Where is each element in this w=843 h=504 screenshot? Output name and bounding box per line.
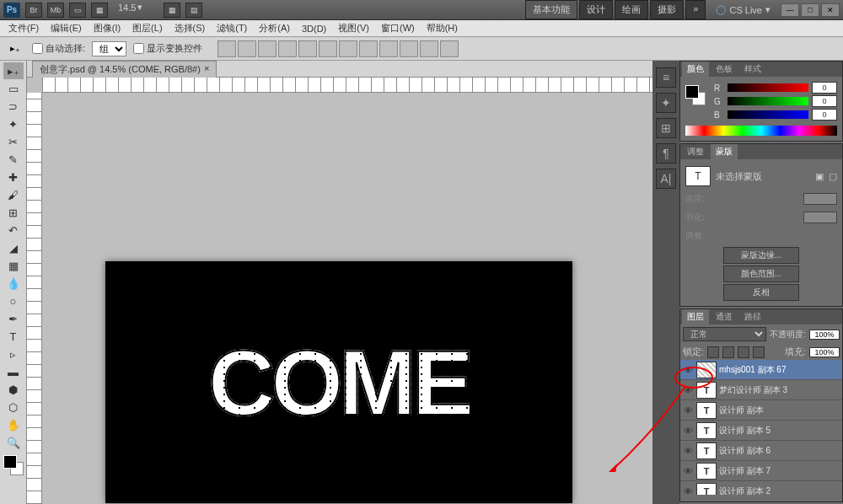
brush-tool[interactable]: 🖌 bbox=[3, 186, 24, 203]
dodge-tool[interactable]: ○ bbox=[3, 292, 24, 309]
healing-tool[interactable]: ✚ bbox=[3, 169, 24, 185]
layer-thumbnail[interactable]: T bbox=[696, 382, 717, 399]
vector-mask-icon[interactable]: ▢ bbox=[829, 171, 837, 182]
ruler-horizontal[interactable] bbox=[42, 78, 652, 93]
layer-row[interactable]: 👁 T 设计师 副本 5 bbox=[680, 421, 842, 441]
view-extras-icon[interactable]: ▦ bbox=[164, 3, 180, 18]
menu-analysis[interactable]: 分析(A) bbox=[254, 20, 295, 36]
blend-mode-select[interactable]: 正常 bbox=[683, 327, 766, 341]
cslive-button[interactable]: ◯CS Live▾ bbox=[711, 4, 776, 15]
g-input[interactable] bbox=[812, 95, 837, 107]
visibility-icon[interactable]: 👁 bbox=[682, 405, 694, 416]
lock-transparent-icon[interactable] bbox=[707, 346, 719, 358]
minimize-button[interactable]: — bbox=[781, 3, 799, 17]
type-tool[interactable]: T bbox=[3, 328, 24, 345]
menu-file[interactable]: 文件(F) bbox=[3, 20, 44, 36]
stamp-tool[interactable]: ⊞ bbox=[3, 204, 24, 221]
layer-row[interactable]: 👁 T 设计师 副本 bbox=[680, 400, 842, 421]
tab-channels[interactable]: 通道 bbox=[711, 309, 738, 324]
eyedropper-tool[interactable]: ✎ bbox=[3, 151, 24, 168]
lasso-tool[interactable]: ⊃ bbox=[3, 98, 24, 115]
layer-row[interactable]: 👁 T 设计师 副本 6 bbox=[680, 441, 842, 461]
mask-thumbnail[interactable]: T bbox=[685, 166, 711, 186]
visibility-icon[interactable]: 👁 bbox=[682, 465, 694, 477]
workspace-essentials[interactable]: 基本功能 bbox=[525, 0, 577, 19]
minibridge-icon[interactable]: Mb bbox=[47, 3, 64, 18]
arrange-icon[interactable]: ▦ bbox=[91, 3, 108, 18]
history-panel-icon[interactable]: ≡ bbox=[656, 67, 676, 88]
opacity-input[interactable] bbox=[809, 330, 840, 340]
bridge-icon[interactable]: Br bbox=[25, 3, 42, 18]
ruler-vertical[interactable] bbox=[27, 93, 42, 504]
align-icon[interactable] bbox=[298, 40, 317, 57]
visibility-icon[interactable]: 👁 bbox=[682, 384, 694, 396]
document-tab[interactable]: 创意字.psd @ 14.5% (COME, RGB/8#)× bbox=[32, 61, 217, 78]
b-slider[interactable] bbox=[728, 110, 808, 119]
layer-thumbnail[interactable] bbox=[696, 362, 717, 378]
lock-position-icon[interactable] bbox=[738, 346, 749, 358]
spectrum-picker[interactable] bbox=[685, 126, 837, 136]
blur-tool[interactable]: 💧 bbox=[3, 275, 24, 292]
distribute-icon[interactable] bbox=[440, 40, 459, 57]
tab-adjustments[interactable]: 调整 bbox=[682, 144, 709, 159]
menu-image[interactable]: 图像(I) bbox=[89, 20, 126, 36]
layer-row[interactable]: 👁 mhsjs001 副本 67 bbox=[680, 360, 842, 380]
r-input[interactable] bbox=[812, 82, 837, 94]
pixel-mask-icon[interactable]: ▣ bbox=[815, 171, 824, 182]
marquee-tool[interactable]: ▭ bbox=[3, 80, 24, 97]
crop-tool[interactable]: ✂ bbox=[3, 133, 24, 150]
align-icon[interactable] bbox=[278, 40, 297, 57]
view-grid-icon[interactable]: ▤ bbox=[185, 3, 202, 18]
menu-view[interactable]: 视图(V) bbox=[333, 20, 374, 36]
workspace-more[interactable]: » bbox=[685, 0, 706, 19]
character-panel-icon[interactable]: ¶ bbox=[656, 143, 676, 164]
align-icon[interactable] bbox=[238, 40, 256, 57]
tab-layers[interactable]: 图层 bbox=[682, 309, 709, 324]
transform-checkbox[interactable]: 显示变换控件 bbox=[133, 42, 202, 55]
layer-thumbnail[interactable]: T bbox=[696, 463, 717, 480]
workspace-design[interactable]: 设计 bbox=[579, 0, 613, 19]
menu-help[interactable]: 帮助(H) bbox=[422, 20, 463, 36]
close-icon[interactable]: × bbox=[204, 63, 209, 76]
align-icon[interactable] bbox=[217, 40, 236, 57]
distribute-icon[interactable] bbox=[379, 40, 398, 57]
layer-row[interactable]: 👁 T 设计师 副本 7 bbox=[680, 461, 842, 481]
lock-all-icon[interactable] bbox=[753, 346, 765, 358]
fg-bg-swatch[interactable] bbox=[3, 455, 24, 475]
align-icon[interactable] bbox=[319, 40, 337, 57]
visibility-icon[interactable]: 👁 bbox=[682, 445, 694, 457]
layer-row[interactable]: 👁 T 梦幻设计师 副本 3 bbox=[680, 380, 842, 400]
wand-tool[interactable]: ✦ bbox=[3, 115, 24, 132]
g-slider[interactable] bbox=[728, 97, 808, 105]
layer-thumbnail[interactable]: T bbox=[696, 422, 717, 439]
distribute-icon[interactable] bbox=[339, 40, 357, 57]
distribute-icon[interactable] bbox=[359, 40, 378, 57]
gradient-tool[interactable]: ▦ bbox=[3, 257, 24, 274]
hand-tool[interactable]: ✋ bbox=[3, 416, 24, 433]
tab-mask[interactable]: 蒙版 bbox=[711, 144, 738, 159]
color-range-button[interactable]: 颜色范围... bbox=[723, 265, 799, 282]
align-icon[interactable] bbox=[258, 40, 277, 57]
document-canvas[interactable]: COME bbox=[105, 261, 572, 503]
menu-filter[interactable]: 滤镜(T) bbox=[212, 20, 252, 36]
layer-row[interactable]: 👁 T 设计师 副本 2 bbox=[680, 481, 842, 495]
path-tool[interactable]: ▹ bbox=[3, 346, 24, 362]
shape-tool[interactable]: ▬ bbox=[3, 363, 24, 380]
workspace-painting[interactable]: 绘画 bbox=[615, 0, 648, 19]
visibility-icon[interactable]: 👁 bbox=[682, 485, 694, 496]
zoom-tool[interactable]: 🔍 bbox=[3, 434, 24, 451]
distribute-icon[interactable] bbox=[400, 40, 418, 57]
tab-paths[interactable]: 路径 bbox=[739, 309, 766, 324]
menu-window[interactable]: 窗口(W) bbox=[376, 20, 420, 36]
paragraph-panel-icon[interactable]: A| bbox=[656, 169, 676, 189]
invert-button[interactable]: 反相 bbox=[723, 284, 799, 301]
tab-swatches[interactable]: 色板 bbox=[711, 62, 738, 77]
r-slider[interactable] bbox=[728, 83, 808, 92]
workspace-photo[interactable]: 摄影 bbox=[650, 0, 684, 19]
history-brush-tool[interactable]: ↶ bbox=[3, 222, 24, 239]
pen-tool[interactable]: ✒ bbox=[3, 310, 24, 327]
b-input[interactable] bbox=[812, 109, 837, 121]
tab-styles[interactable]: 样式 bbox=[739, 62, 766, 77]
menu-edit[interactable]: 编辑(E) bbox=[46, 20, 87, 36]
maximize-button[interactable]: □ bbox=[801, 3, 819, 17]
